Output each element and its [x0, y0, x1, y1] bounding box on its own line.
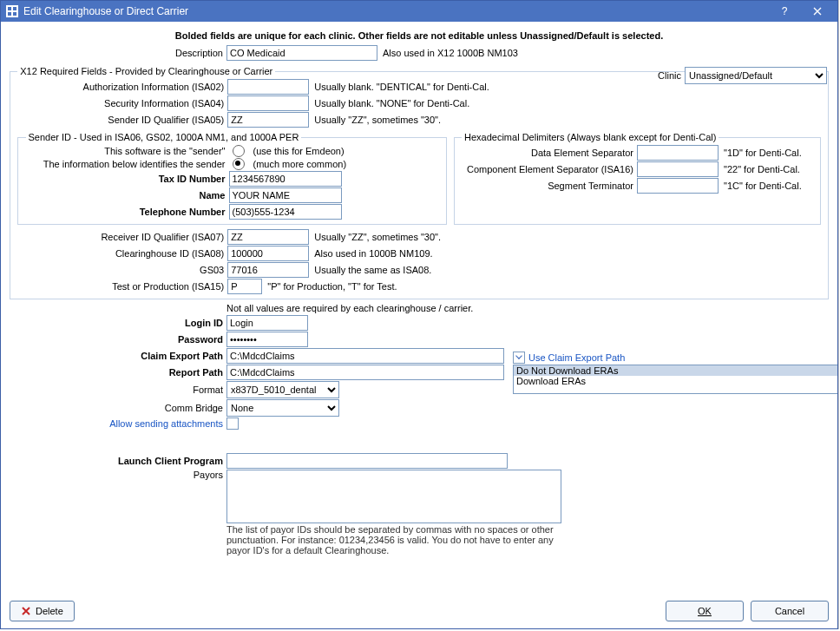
- des-hint: "1D" for Denti-Cal.: [719, 148, 802, 158]
- payors-textarea[interactable]: [226, 470, 561, 523]
- instruction-text: Bolded fields are unique for each clinic…: [10, 29, 829, 44]
- tax-input[interactable]: [229, 171, 342, 187]
- app-icon: [6, 5, 18, 17]
- isa08-input[interactable]: [227, 246, 309, 261]
- svg-rect-2: [8, 12, 11, 16]
- cancel-button[interactable]: Cancel: [751, 601, 829, 621]
- sender-legend: Sender ID - Used in ISA06, GS02, 1000A N…: [26, 132, 302, 142]
- clinic-select[interactable]: Unassigned/Default: [685, 67, 827, 84]
- description-hint: Also used in X12 1000B NM103: [377, 48, 518, 58]
- dialog-window: Edit Clearinghouse or Direct Carrier ? B…: [0, 0, 838, 629]
- ces-input[interactable]: [637, 161, 719, 177]
- note-not-all: Not all values are required by each clea…: [226, 303, 473, 313]
- x12-group: X12 Required Fields - Provided by Cleari…: [10, 66, 829, 299]
- isa04-hint: Usually blank. "NONE" for Denti-Cal.: [309, 98, 469, 108]
- ok-button[interactable]: OK: [666, 601, 744, 621]
- reportpath-input[interactable]: [226, 365, 504, 380]
- isa04-input[interactable]: [227, 95, 309, 111]
- sender-group: Sender ID - Used in ISA06, GS02, 1000A N…: [17, 132, 447, 225]
- des-label: Data Element Separator: [462, 148, 637, 158]
- dialog-content: Bolded fields are unique for each clinic…: [1, 22, 837, 628]
- era-option-do-not-download[interactable]: Do Not Download ERAs: [514, 365, 837, 376]
- era-option-download[interactable]: Download ERAs: [514, 376, 837, 386]
- password-label: Password: [10, 334, 226, 345]
- login-input[interactable]: [226, 315, 308, 331]
- format-label: Format: [10, 385, 226, 395]
- svg-rect-0: [8, 7, 11, 10]
- isa07-hint: Usually "ZZ", sometimes "30".: [309, 232, 441, 242]
- sender-r1-label: This software is the "sender": [26, 146, 229, 156]
- st-hint: "1C" for Denti-Cal.: [719, 181, 802, 191]
- use-claim-export-path-label[interactable]: Use Claim Export Path: [528, 352, 625, 363]
- des-input[interactable]: [637, 145, 719, 161]
- payors-note: The list of payor IDs should be separate…: [226, 524, 574, 555]
- svg-rect-3: [13, 12, 16, 16]
- svg-rect-1: [13, 7, 16, 10]
- name-label: Name: [26, 190, 229, 200]
- isa07-label: Receiver ID Qualifier (ISA07): [17, 232, 227, 242]
- x-icon: [21, 606, 31, 616]
- gs03-hint: Usually the same as ISA08.: [309, 265, 431, 275]
- help-button[interactable]: ?: [768, 1, 801, 22]
- name-input[interactable]: [229, 187, 342, 203]
- isa05-label: Sender ID Qualifier (ISA05): [17, 115, 227, 125]
- allow-attachments-checkbox[interactable]: [226, 417, 239, 430]
- titlebar: Edit Clearinghouse or Direct Carrier ?: [1, 1, 837, 22]
- phone-label: Telephone Number: [26, 207, 229, 217]
- commbridge-select[interactable]: None: [226, 399, 339, 417]
- era-listbox[interactable]: Do Not Download ERAs Download ERAs: [513, 365, 837, 394]
- isa15-hint: "P" for Production, "T" for Test.: [262, 281, 397, 292]
- format-select[interactable]: x837D_5010_dental: [226, 381, 339, 398]
- launch-input[interactable]: [226, 453, 508, 469]
- window-title: Edit Clearinghouse or Direct Carrier: [23, 5, 768, 17]
- tax-label: Tax ID Number: [26, 174, 229, 184]
- gs03-label: GS03: [17, 265, 227, 275]
- isa02-hint: Usually blank. "DENTICAL" for Denti-Cal.: [309, 82, 489, 92]
- clinic-label: Clinic: [658, 70, 685, 81]
- isa04-label: Security Information (ISA04): [17, 98, 227, 108]
- sender-radio-software[interactable]: [233, 145, 245, 157]
- launch-label: Launch Client Program: [10, 456, 226, 466]
- phone-input[interactable]: [229, 204, 342, 220]
- isa05-input[interactable]: [227, 112, 309, 128]
- isa02-label: Authorization Information (ISA02): [17, 82, 227, 92]
- sender-r2-label: The information below identifies the sen…: [26, 159, 229, 169]
- gs03-input[interactable]: [227, 262, 309, 278]
- sender-radio-info[interactable]: [233, 158, 245, 170]
- delete-button[interactable]: Delete: [10, 601, 75, 621]
- sender-r1-suffix: (use this for Emdeon): [248, 146, 345, 156]
- hex-legend: Hexadecimal Delimiters (Always blank exc…: [462, 132, 719, 142]
- sender-r2-suffix: (much more common): [248, 159, 347, 169]
- description-label: Description: [10, 48, 226, 58]
- password-input[interactable]: [226, 332, 308, 347]
- claimpath-label: Claim Export Path: [10, 351, 226, 361]
- isa15-input[interactable]: [227, 279, 262, 294]
- login-label: Login ID: [10, 318, 226, 328]
- claimpath-input[interactable]: [226, 348, 504, 364]
- description-input[interactable]: [226, 45, 377, 61]
- hex-group: Hexadecimal Delimiters (Always blank exc…: [454, 132, 821, 225]
- st-label: Segment Terminator: [462, 181, 637, 191]
- isa08-hint: Also used in 1000B NM109.: [309, 248, 432, 259]
- close-button[interactable]: [801, 1, 834, 22]
- isa05-hint: Usually "ZZ", sometimes "30".: [309, 115, 441, 125]
- x12-legend: X12 Required Fields - Provided by Cleari…: [17, 66, 275, 76]
- isa15-label: Test or Production (ISA15): [17, 281, 227, 292]
- commbridge-label: Comm Bridge: [10, 403, 226, 413]
- allow-attachments-link[interactable]: Allow sending attachments: [10, 418, 226, 429]
- ces-hint: "22" for Denti-Cal.: [719, 164, 800, 174]
- ces-label: Component Element Separator (ISA16): [462, 164, 637, 174]
- use-claim-export-path-checkbox[interactable]: [513, 352, 525, 364]
- payors-label: Payors: [10, 470, 226, 480]
- isa07-input[interactable]: [227, 229, 309, 245]
- reportpath-label: Report Path: [10, 367, 226, 378]
- st-input[interactable]: [637, 178, 719, 194]
- isa08-label: Clearinghouse ID (ISA08): [17, 248, 227, 259]
- isa02-input[interactable]: [227, 79, 309, 95]
